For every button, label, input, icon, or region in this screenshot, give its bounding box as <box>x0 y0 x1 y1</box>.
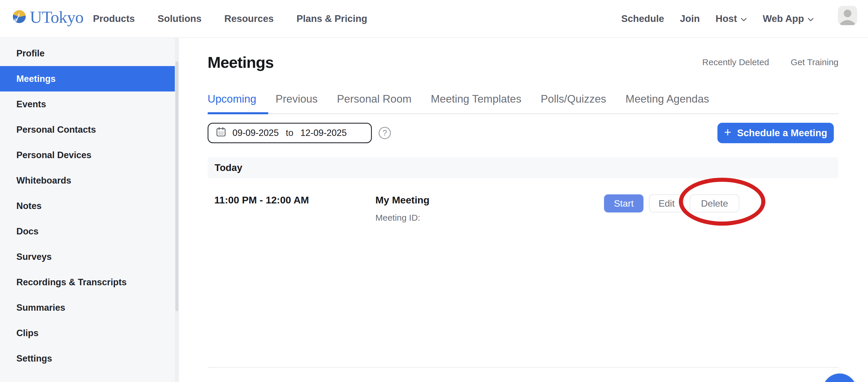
recently-deleted-link[interactable]: Recently Deleted <box>702 57 769 67</box>
tab-personal-room[interactable]: Personal Room <box>337 93 412 114</box>
sidebar: Profile Meetings Events Personal Contact… <box>0 38 179 382</box>
tab-upcoming[interactable]: Upcoming <box>208 93 256 114</box>
sidebar-item-clips[interactable]: Clips <box>0 320 179 346</box>
sidebar-item-personal-contacts[interactable]: Personal Contacts <box>0 117 179 142</box>
nav-item-resources[interactable]: Resources <box>224 13 274 24</box>
question-mark-glyph: ? <box>382 129 387 138</box>
meeting-time: 11:00 PM - 12:00 AM <box>214 194 309 206</box>
schedule-a-meeting-label: Schedule a Meeting <box>737 127 827 138</box>
tab-polls-quizzes[interactable]: Polls/Quizzes <box>540 93 606 114</box>
chevron-down-icon <box>741 16 747 22</box>
sidebar-item-meetings[interactable]: Meetings <box>0 66 179 92</box>
tab-underline-track <box>208 114 838 114</box>
start-button[interactable]: Start <box>604 194 644 213</box>
sidebar-scrollbar-track[interactable] <box>175 38 179 382</box>
sidebar-item-events[interactable]: Events <box>0 92 179 117</box>
sidebar-item-profile[interactable]: Profile <box>0 41 179 66</box>
nav-item-products[interactable]: Products <box>93 13 135 24</box>
meeting-id-label: Meeting ID: <box>375 213 420 223</box>
nav-item-schedule[interactable]: Schedule <box>621 13 664 24</box>
person-icon <box>838 21 857 25</box>
nav-item-plans-pricing[interactable]: Plans & Pricing <box>297 13 367 24</box>
sidebar-item-notes[interactable]: Notes <box>0 193 179 219</box>
sidebar-item-recordings-transcripts[interactable]: Recordings & Transcripts <box>0 269 179 295</box>
plus-icon: + <box>724 126 732 138</box>
help-icon[interactable]: ? <box>379 127 391 139</box>
date-range-start[interactable]: 09-09-2025 <box>232 128 279 138</box>
top-nav: UTokyo Products Solutions Resources Plan… <box>0 0 868 38</box>
sidebar-item-personal-devices[interactable]: Personal Devices <box>0 142 179 168</box>
today-label: Today <box>215 162 242 173</box>
get-training-link[interactable]: Get Training <box>791 57 838 67</box>
meeting-title[interactable]: My Meeting <box>375 194 430 206</box>
nav-item-join[interactable]: Join <box>680 13 700 24</box>
nav-item-solutions[interactable]: Solutions <box>158 13 202 24</box>
page-title: Meetings <box>208 53 274 71</box>
date-range-end[interactable]: 12-09-2025 <box>300 128 347 138</box>
delete-button[interactable]: Delete <box>690 194 739 213</box>
nav-item-host-label: Host <box>716 13 737 24</box>
nav-item-host[interactable]: Host <box>716 13 747 24</box>
sidebar-scrollbar-thumb[interactable] <box>176 61 178 311</box>
avatar[interactable] <box>838 6 857 25</box>
date-range-picker[interactable]: 09-09-2025 to 12-09-2025 <box>208 123 372 143</box>
calendar-icon <box>215 126 226 140</box>
tab-active-underline <box>208 112 268 114</box>
header-links: Recently Deleted Get Training <box>702 57 838 67</box>
main-content: Meetings Recently Deleted Get Training U… <box>179 38 868 382</box>
tab-bar: Upcoming Previous Personal Room Meeting … <box>208 93 709 114</box>
tab-meeting-templates[interactable]: Meeting Templates <box>431 93 522 114</box>
nav-item-web-app-label: Web App <box>763 13 804 24</box>
tab-meeting-agendas[interactable]: Meeting Agendas <box>626 93 709 114</box>
tab-previous[interactable]: Previous <box>276 93 318 114</box>
page-header: Meetings Recently Deleted Get Training <box>208 53 838 71</box>
today-section-header: Today <box>208 157 838 178</box>
edit-button[interactable]: Edit <box>649 194 684 213</box>
logo-wordmark: UTokyo <box>30 9 83 26</box>
nav-item-web-app[interactable]: Web App <box>763 13 814 24</box>
bottom-divider <box>208 367 838 368</box>
date-range-separator: to <box>285 128 295 138</box>
utokyo-logo[interactable]: UTokyo <box>12 9 83 26</box>
floating-help-button[interactable] <box>823 374 857 382</box>
nav-left-group: Products Solutions Resources Plans & Pri… <box>93 0 367 37</box>
sidebar-item-whiteboards[interactable]: Whiteboards <box>0 168 179 193</box>
utokyo-logo-mark-icon <box>12 10 26 25</box>
schedule-a-meeting-button[interactable]: + Schedule a Meeting <box>717 123 834 143</box>
sidebar-item-settings[interactable]: Settings <box>0 346 179 371</box>
meeting-row-actions: Start Edit Delete <box>604 194 739 213</box>
sidebar-item-docs[interactable]: Docs <box>0 219 179 244</box>
sidebar-item-surveys[interactable]: Surveys <box>0 244 179 269</box>
chevron-down-icon <box>807 16 814 22</box>
sidebar-item-summaries[interactable]: Summaries <box>0 295 179 320</box>
nav-right-group: Schedule Join Host Web App <box>621 0 814 37</box>
